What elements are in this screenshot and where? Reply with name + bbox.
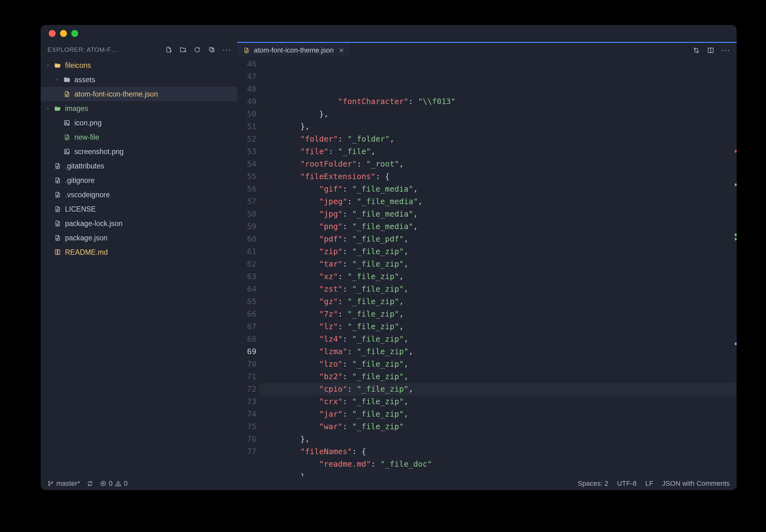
tree-row[interactable]: new-file: [41, 130, 237, 144]
scroll-marks: [733, 58, 737, 476]
tree-label: images: [65, 104, 88, 113]
line-number: 58: [237, 208, 256, 220]
language-status[interactable]: JSON with Comments: [662, 479, 730, 488]
tree-row[interactable]: images: [41, 101, 237, 116]
line-number: 77: [237, 445, 256, 458]
code-line: "cpio": "_file_zip",: [260, 383, 737, 395]
tab-active[interactable]: atom-font-icon-theme.json: [237, 43, 351, 58]
code-line: "rootFolder": "_root",: [263, 158, 737, 170]
git-branch[interactable]: master*: [48, 479, 80, 488]
warning-count: 0: [124, 479, 128, 488]
split-editor-icon[interactable]: [707, 47, 714, 54]
zoom-button[interactable]: [71, 30, 78, 37]
tree-row[interactable]: LICENSE: [41, 202, 237, 216]
indent-status[interactable]: Spaces: 2: [578, 479, 608, 488]
explorer-header: EXPLORER: ATOM-F… ···: [41, 43, 237, 57]
file-new-icon: [63, 134, 71, 141]
new-folder-icon[interactable]: [179, 46, 186, 53]
code-line: "jpg": "_file_media",: [263, 208, 737, 220]
encoding-status[interactable]: UTF-8: [617, 479, 637, 488]
problems[interactable]: 0 0: [100, 479, 128, 488]
line-number: 52: [237, 133, 256, 145]
editor-more-icon[interactable]: ···: [722, 45, 730, 55]
tree-row[interactable]: assets: [41, 73, 237, 87]
tree-label: new-file: [74, 133, 99, 142]
code-area[interactable]: 4647484950515253545556575859606162636465…: [237, 58, 737, 476]
code-line: "file": "_file",: [263, 145, 737, 158]
refresh-icon[interactable]: [194, 46, 201, 53]
tree-row[interactable]: package-lock.json: [41, 216, 237, 231]
svg-point-9: [48, 485, 49, 486]
error-icon: [100, 480, 106, 487]
sync-icon[interactable]: [87, 480, 93, 487]
line-number: 47: [237, 70, 256, 83]
line-gutter: 4647484950515253545556575859606162636465…: [237, 58, 260, 476]
line-number: 73: [237, 395, 256, 408]
new-file-icon[interactable]: [165, 46, 172, 53]
file-icon: [54, 206, 61, 213]
tree-label: .vscodeignore: [65, 191, 110, 199]
code-line: "crx": "_file_zip",: [263, 395, 737, 408]
tree-row[interactable]: fileicons: [41, 58, 237, 73]
code-line: "bz2": "_file_zip",: [263, 370, 737, 383]
tree-row[interactable]: screenshot.png: [41, 144, 237, 159]
line-number: 76: [237, 433, 256, 445]
collapse-all-icon[interactable]: [208, 46, 215, 53]
svg-point-8: [48, 481, 49, 482]
line-number: 71: [237, 370, 256, 383]
line-number: 70: [237, 358, 256, 370]
code-line: "war": "_file_zip": [263, 420, 737, 433]
code-line: "zip": "_file_zip",: [263, 245, 737, 258]
code-line: "fontCharacter": "\\f013": [263, 95, 737, 108]
code-line: },: [263, 108, 737, 120]
close-button[interactable]: [49, 30, 56, 37]
line-number: 66: [237, 308, 256, 320]
status-bar: master* 0 0 Spaces: 2 UTF-8 LF JSON with…: [41, 476, 737, 490]
line-number: 50: [237, 108, 256, 120]
minimize-button[interactable]: [60, 30, 67, 37]
svg-point-6: [697, 51, 698, 53]
file-icon: [54, 234, 61, 241]
folder-open-green-icon: [54, 105, 61, 112]
tree-row[interactable]: .gitattributes: [41, 159, 237, 173]
more-icon[interactable]: ···: [223, 45, 231, 55]
tree-row[interactable]: .vscodeignore: [41, 188, 237, 202]
code-line: "7z": "_file_zip",: [263, 308, 737, 320]
code-line: "lzo": "_file_zip",: [263, 358, 737, 370]
code-line: "fileExtensions": {: [263, 170, 737, 183]
tree-row[interactable]: .gitignore: [41, 173, 237, 188]
book-icon: [54, 249, 61, 256]
file-tree[interactable]: fileiconsassetsatom-font-icon-theme.json…: [41, 57, 237, 476]
error-count: 0: [109, 479, 113, 488]
code-line: "readme.md": "_file_doc": [263, 458, 737, 470]
svg-point-5: [694, 48, 696, 49]
tab-close-icon[interactable]: [338, 47, 345, 53]
code-line: "lzma": "_file_zip",: [263, 345, 737, 358]
tree-row[interactable]: atom-font-icon-theme.json: [41, 87, 237, 101]
line-number: 67: [237, 320, 256, 333]
tree-row[interactable]: icon.png: [41, 116, 237, 130]
explorer-sidebar: EXPLORER: ATOM-F… ···: [41, 42, 237, 476]
tree-label: screenshot.png: [74, 148, 123, 156]
compare-changes-icon[interactable]: [693, 47, 700, 54]
line-number: 69: [237, 345, 256, 358]
code-line: },: [263, 433, 737, 445]
code-content[interactable]: "fontCharacter": "\\f013" }, }, "folder"…: [260, 58, 737, 476]
line-number: 59: [237, 220, 256, 233]
eol-status[interactable]: LF: [645, 479, 653, 488]
tree-row[interactable]: package.json: [41, 231, 237, 245]
editor-tabs: atom-font-icon-theme.json ···: [237, 43, 737, 58]
code-line: "jar": "_file_zip",: [263, 408, 737, 420]
tree-label: README.md: [65, 248, 108, 257]
folder-icon: [63, 76, 71, 83]
folder-open-icon: [54, 62, 61, 69]
tree-label: package-lock.json: [65, 219, 123, 228]
svg-point-4: [66, 151, 67, 152]
line-number: 64: [237, 283, 256, 295]
tree-row[interactable]: README.md: [41, 245, 237, 259]
svg-point-10: [52, 482, 53, 483]
tree-label: assets: [74, 76, 95, 84]
file-icon: [54, 220, 61, 227]
code-line: "xz": "_file_zip",: [263, 270, 737, 283]
line-number: 74: [237, 408, 256, 420]
